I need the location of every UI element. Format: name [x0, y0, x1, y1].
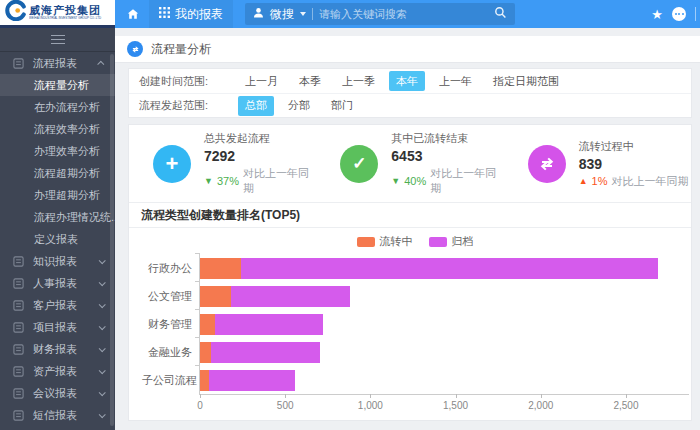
x-axis-tick-label: 500: [277, 400, 294, 411]
x-axis-tick-label: 2,500: [613, 400, 638, 411]
filter-option-指定日期范围[interactable]: 指定日期范围: [486, 71, 566, 91]
sidebar-scrollbar[interactable]: [110, 54, 114, 426]
filter-row: 流程发起范围:总部分部部门: [129, 93, 691, 117]
bar-公文管理[interactable]: [200, 286, 689, 307]
sidebar-item-流程量分析[interactable]: 流程量分析: [0, 74, 115, 96]
search-icon[interactable]: [494, 6, 507, 22]
sidebar-group-label: 短信报表: [33, 408, 77, 423]
x-axis-tick-label: 1,500: [443, 400, 468, 411]
page-title-bar: 流程量分析: [115, 36, 700, 63]
bar-segment-流转中[interactable]: [200, 286, 231, 307]
chevron-down-icon: [99, 345, 106, 352]
sidebar-group-label: 财务报表: [33, 342, 77, 357]
x-axis-tick: [541, 394, 542, 398]
bar-财务管理[interactable]: [200, 314, 689, 335]
sidebar-item-流程超期分析[interactable]: 流程超期分析: [0, 162, 115, 184]
filter-option-上一年[interactable]: 上一年: [432, 71, 479, 91]
x-axis-tick: [456, 394, 457, 398]
chevron-down-icon: [99, 411, 106, 418]
trend-percent: 37%: [217, 175, 239, 187]
bar-行政办公[interactable]: [200, 258, 689, 279]
filter-option-本季[interactable]: 本季: [292, 71, 328, 91]
sidebar-item-流程办理情况统...[interactable]: 流程办理情况统...: [0, 206, 115, 228]
bar-segment-流转中[interactable]: [200, 370, 209, 391]
legend-item-归档[interactable]: 归档: [429, 234, 474, 249]
bar-segment-归档[interactable]: [231, 286, 350, 307]
sidebar-group-label: 资产报表: [33, 364, 77, 379]
trend-down-icon: ▼: [204, 176, 213, 186]
nav-my-reports[interactable]: 我的报表: [149, 0, 233, 28]
sidebar-group-资产报表[interactable]: 资产报表: [0, 360, 115, 382]
category-label-子公司流程: 子公司流程: [142, 373, 192, 388]
bar-segment-归档[interactable]: [209, 370, 294, 391]
bar-segment-归档[interactable]: [215, 314, 322, 335]
more-icon[interactable]: [672, 7, 686, 21]
report-icon: [13, 410, 24, 421]
report-icon: [13, 388, 24, 399]
filter-label: 流程发起范围:: [129, 98, 224, 113]
report-icon: [13, 344, 24, 355]
sidebar-group-流程报表[interactable]: 流程报表: [0, 52, 115, 74]
bar-segment-归档[interactable]: [211, 342, 320, 363]
sidebar-group-客户报表[interactable]: 客户报表: [0, 294, 115, 316]
legend-label: 归档: [452, 234, 474, 249]
app-window: 威海产投集团 WEIHAI INDUSTRIAL INVESTMENT GROU…: [0, 0, 700, 430]
x-axis-tick: [626, 394, 627, 398]
sidebar-group-项目报表[interactable]: 项目报表: [0, 316, 115, 338]
filter-option-分部[interactable]: 分部: [281, 96, 317, 116]
search-box[interactable]: 微搜 请输入关键词搜索: [245, 3, 515, 25]
bar-子公司流程[interactable]: [200, 370, 689, 391]
bar-segment-归档[interactable]: [241, 258, 658, 279]
sidebar-item-办理超期分析[interactable]: 办理超期分析: [0, 184, 115, 206]
sidebar-group-知识报表[interactable]: 知识报表: [0, 250, 115, 272]
wesou-label[interactable]: 微搜: [270, 6, 294, 23]
sidebar-collapse-button[interactable]: [0, 28, 115, 52]
sidebar-group-人事报表[interactable]: 人事报表: [0, 272, 115, 294]
page-title: 流程量分析: [151, 41, 211, 58]
trend-up-icon: ▲: [579, 176, 588, 186]
stat-value: 6453: [391, 148, 503, 164]
sidebar-group-会议报表[interactable]: 会议报表: [0, 382, 115, 404]
grid-icon: [159, 7, 170, 21]
hamburger-icon: [51, 35, 65, 44]
filter-row: 创建时间范围:上一月本季上一季本年上一年指定日期范围: [129, 69, 691, 93]
filter-option-上一月[interactable]: 上一月: [238, 71, 285, 91]
bar-segment-流转中[interactable]: [200, 258, 241, 279]
report-icon: [13, 300, 24, 311]
sidebar-item-在办流程分析[interactable]: 在办流程分析: [0, 96, 115, 118]
sidebar-group-财务报表[interactable]: 财务报表: [0, 338, 115, 360]
bar-金融业务[interactable]: [200, 342, 689, 363]
filter-option-部门[interactable]: 部门: [324, 96, 360, 116]
chevron-down-icon: [99, 323, 106, 330]
sidebar-item-定义报表[interactable]: 定义报表: [0, 228, 115, 250]
star-icon[interactable]: ★: [651, 8, 663, 21]
search-input[interactable]: 请输入关键词搜索: [319, 7, 488, 22]
filter-option-上一季[interactable]: 上一季: [335, 71, 382, 91]
sidebar-group-短信报表[interactable]: 短信报表: [0, 404, 115, 426]
chevron-down-icon: [99, 257, 106, 264]
filter-option-总部[interactable]: 总部: [238, 96, 274, 116]
home-icon[interactable]: [127, 8, 139, 20]
sidebar-menu: 流程报表流程量分析在办流程分析流程效率分析办理效率分析流程超期分析办理超期分析流…: [0, 52, 115, 426]
bar-segment-流转中[interactable]: [200, 314, 215, 335]
chart-plot: 行政办公公文管理财务管理金融业务子公司流程05001,0001,5002,000…: [199, 254, 689, 395]
trend-percent: 40%: [404, 175, 426, 187]
filter-option-本年[interactable]: 本年: [389, 71, 425, 91]
stats-row: +总共发起流程7292▼37%对比上一年同期✓其中已流转结束6453▼40%对比…: [129, 125, 691, 203]
sidebar-item-办理效率分析[interactable]: 办理效率分析: [0, 140, 115, 162]
sidebar-group-label: 会议报表: [33, 386, 77, 401]
filter-label: 创建时间范围:: [129, 74, 224, 89]
bar-segment-流转中[interactable]: [200, 342, 211, 363]
trend-down-icon: ▼: [391, 176, 400, 186]
sidebar-item-流程效率分析[interactable]: 流程效率分析: [0, 118, 115, 140]
chevron-up-icon: [97, 60, 104, 67]
category-label-行政办公: 行政办公: [142, 261, 192, 276]
stat-value: 7292: [204, 148, 316, 164]
stat-card-流转过程中: 流转过程中839▲1%对比上一年同期: [504, 125, 691, 202]
main-content: 流程量分析 创建时间范围:上一月本季上一季本年上一年指定日期范围流程发起范围:总…: [115, 28, 700, 430]
stat-label: 总共发起流程: [204, 131, 316, 146]
legend-item-流转中[interactable]: 流转中: [357, 234, 413, 249]
x-axis-tick-label: 0: [197, 400, 203, 411]
legend-swatch: [357, 237, 375, 247]
chart-title: 流程类型创建数量排名(TOP5): [141, 207, 300, 224]
